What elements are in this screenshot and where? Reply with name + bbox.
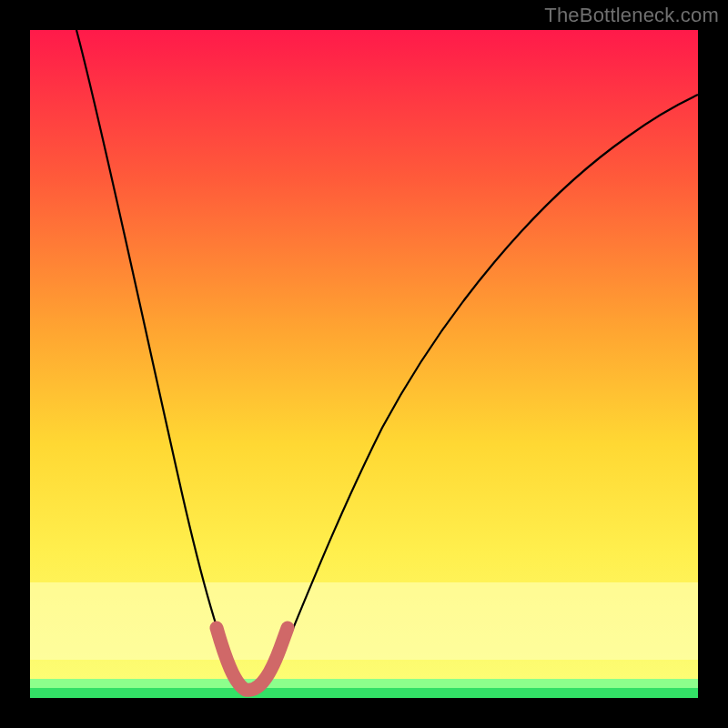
chart-frame: TheBottleneck.com	[0, 0, 728, 728]
watermark-text: TheBottleneck.com	[544, 4, 719, 27]
green-band-1	[30, 679, 698, 688]
highlight-band	[30, 582, 698, 660]
plot-area	[30, 30, 698, 698]
bottleneck-chart	[0, 0, 728, 728]
green-band-2	[30, 688, 698, 698]
